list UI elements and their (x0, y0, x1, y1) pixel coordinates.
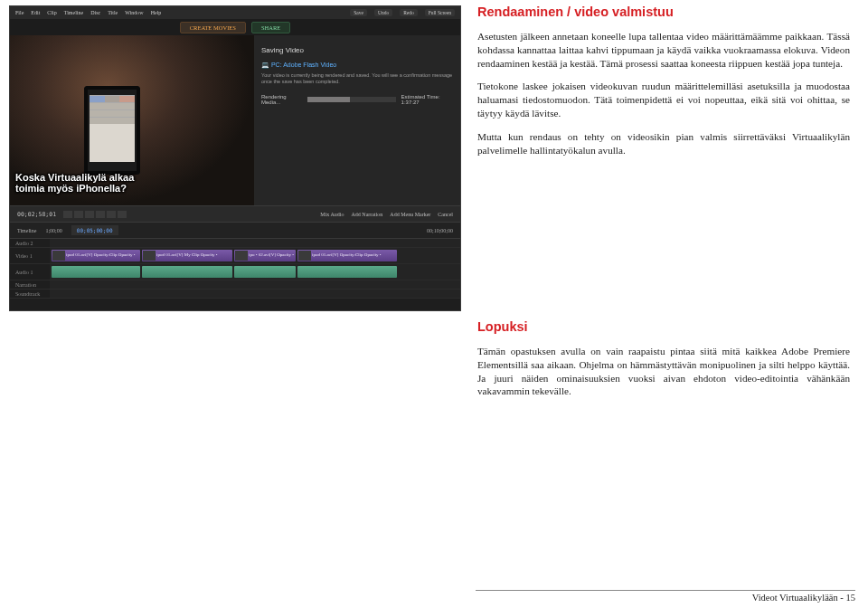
clip-2: ipod 01.avi[V] My Clip Opacity • (142, 250, 232, 261)
toolbar-redo: Redo (400, 9, 418, 16)
eta-label: Estimated Time: 1:37:27 (401, 94, 453, 105)
section1-p3: Mutta kun rendaus on tehty on videosikin… (477, 130, 850, 157)
saving-dialog: Saving Video 💻 PC: Adobe Flash Video You… (254, 35, 460, 205)
cancel-label: Cancel (438, 212, 453, 217)
toolbar-undo: Undo (374, 9, 392, 16)
caption-line1: Koska Virtuaalikylä alkaa (15, 172, 134, 183)
aclip-2 (142, 266, 232, 278)
track-audio1-label: Audio 1 (10, 270, 50, 275)
timecode: 00;02;58;01 (17, 211, 56, 218)
editor-screenshot: File Edit Clip Timeline Disc Title Windo… (9, 5, 461, 311)
menu-help: Help (151, 10, 162, 15)
dialog-title: Saving Video (261, 46, 453, 54)
playback-controls (63, 211, 127, 218)
toolbar-save: Save (350, 9, 367, 16)
aclip-4 (297, 266, 397, 278)
mix-audio-label: Mix Audio (320, 212, 344, 217)
article-section-1: Rendaaminen / video valmistuu Asetusten … (477, 4, 850, 166)
menu-clip: Clip (47, 10, 56, 15)
caption-line2: toimia myös iPhonella? (15, 183, 127, 194)
dialog-target: 💻 PC: Adobe Flash Video (261, 62, 453, 69)
toolbar-fullscreen: Full Screen (425, 9, 455, 16)
timeline-label: Timeline (17, 228, 36, 233)
share-button: SHARE (251, 22, 290, 33)
clip-1: ipod 01.avi[V] Opacity:Clip Opacity • (52, 250, 140, 261)
add-menu-marker-label: Add Menu Marker (390, 212, 430, 217)
phone-graphic (84, 86, 140, 175)
timeline-tracks: Audio 2 Video 1 ipod 01.avi[V] Opacity:C… (10, 238, 460, 311)
section1-p2: Tietokone laskee jokaisen videokuvan ruu… (477, 80, 850, 119)
add-narration-label: Add Narration (352, 212, 383, 217)
menu-disc: Disc (90, 10, 100, 15)
clip-4: ipod 01.avi[V] Opacity:Clip Opacity • (297, 250, 397, 261)
menu-bar: File Edit Clip Timeline Disc Title Windo… (10, 6, 460, 19)
progress-bar (307, 97, 396, 102)
footer-label: Videot Virtuaalikylään - (752, 593, 846, 603)
track-video1-label: Video 1 (10, 253, 50, 259)
page-footer: Videot Virtuaalikylään - 15 (476, 590, 855, 603)
menu-file: File (15, 10, 24, 15)
menu-edit: Edit (31, 10, 40, 15)
video-caption: Koska Virtuaalikylä alkaa toimia myös iP… (15, 172, 249, 195)
clip-3: ipo • 02.avi[V] Opacity • (234, 250, 296, 261)
section2-heading: Lopuksi (477, 318, 850, 336)
menu-title: Title (108, 10, 118, 15)
timeline-current-tc: 00;05;00;00 (71, 225, 118, 235)
section1-p1: Asetusten jälkeen annetaan koneelle lupa… (477, 30, 850, 70)
create-movies-button: CREATE MOVIES (180, 22, 246, 33)
track-audio2-label: Audio 2 (10, 241, 50, 246)
aclip-1 (52, 266, 140, 278)
article-section-2: Lopuksi Tämän opastuksen avulla on vain … (477, 318, 850, 408)
menu-window: Window (125, 10, 143, 15)
transport-bar: 00;02;58;01 Mix Audio Add Narration Add … (10, 205, 460, 222)
timeline-mark-1: 1;00;00 (45, 228, 61, 233)
timeline-mark-2: 00;10;00;00 (427, 228, 453, 233)
mode-bar: CREATE MOVIES SHARE (10, 19, 460, 35)
render-label: Rendering Media... (261, 94, 302, 105)
timeline-header: Timeline 1;00;00 00;05;00;00 00;10;00;00 (10, 222, 460, 238)
track-narration-label: Narration (10, 282, 50, 288)
footer-page: 15 (846, 593, 856, 603)
menu-timeline: Timeline (64, 10, 83, 15)
dialog-note: Your video is currently being rendered a… (261, 72, 453, 85)
video-preview: Koska Virtuaalikylä alkaa toimia myös iP… (10, 35, 254, 205)
section2-p1: Tämän opastuksen avulla on vain raapaist… (477, 345, 850, 398)
section1-heading: Rendaaminen / video valmistuu (477, 4, 850, 21)
track-soundtrack-label: Soundtrack (10, 291, 50, 297)
aclip-3 (234, 266, 296, 278)
